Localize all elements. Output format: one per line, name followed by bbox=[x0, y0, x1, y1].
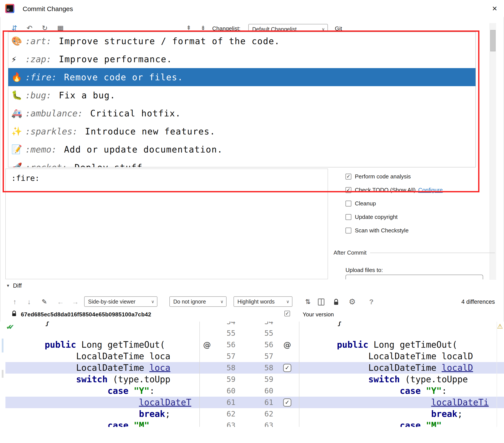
diff-line: LocalDateTime loca5757 LocalDateTime loc… bbox=[5, 350, 504, 362]
commit-message-input[interactable]: :fire: bbox=[5, 169, 328, 279]
marker-bar-divider bbox=[497, 322, 497, 427]
line-number-left: 55 bbox=[215, 327, 241, 339]
diff-settings-gear-icon[interactable]: ⚙ bbox=[347, 297, 358, 307]
completion-item[interactable]: 🚀:rocket:Deploy stuff. bbox=[8, 158, 475, 167]
chevron-down-icon: ∨ bbox=[151, 297, 154, 306]
your-version-checkbox[interactable]: ✓ bbox=[284, 311, 290, 316]
completion-item[interactable]: 🎨:art:Improve structure / format of the … bbox=[8, 32, 475, 50]
annotation-at-icon bbox=[199, 397, 215, 408]
diff-right-code: localDateTi bbox=[299, 397, 504, 408]
revision-lock-icon bbox=[11, 310, 17, 317]
option-checkbox[interactable]: ✓ bbox=[345, 174, 351, 179]
edit-source-icon[interactable]: ✎ bbox=[39, 297, 50, 307]
diff-left-code: LocalDateTime loca bbox=[5, 350, 199, 362]
option-label: Update copyright bbox=[355, 214, 398, 220]
option-checkbox[interactable]: ✓ bbox=[345, 187, 351, 193]
line-number-left: 62 bbox=[215, 408, 241, 420]
gutter-control: ✓ bbox=[275, 397, 299, 408]
line-number-left: 54 bbox=[215, 322, 241, 327]
gutter-control bbox=[275, 420, 299, 427]
annotation-at-icon bbox=[199, 420, 215, 427]
annotation-at-icon: @ bbox=[275, 339, 299, 350]
gutter-control bbox=[275, 374, 299, 385]
line-number-left: 58 bbox=[215, 362, 241, 374]
gitmoji-description: Remove code or files. bbox=[64, 72, 183, 82]
diff-left-code: case "M" bbox=[5, 420, 199, 427]
include-change-checkbox[interactable]: ✓ bbox=[283, 364, 291, 372]
commit-option-row: ✓Check TODO (Show All)Configure bbox=[345, 183, 502, 197]
collapse-triangle-icon[interactable]: ▼ bbox=[6, 284, 10, 288]
completion-item[interactable]: 🚑:ambulance:Critical hotfix. bbox=[8, 104, 475, 122]
whitespace-policy-select[interactable]: Do not ignore ∨ bbox=[169, 296, 227, 307]
collapse-unchanged-icon[interactable]: ⇅ bbox=[302, 297, 314, 307]
gitmoji-icon: 🐛 bbox=[11, 90, 25, 100]
gitmoji-description: Improve structure / format of the code. bbox=[59, 36, 280, 46]
line-number-left: 56 bbox=[215, 339, 241, 350]
diff-left-code: case "Y": bbox=[5, 385, 199, 397]
line-number-left: 59 bbox=[215, 374, 241, 385]
gitmoji-code: :bug: bbox=[25, 90, 51, 100]
gitmoji-code: :fire: bbox=[25, 72, 57, 82]
close-icon[interactable]: ✕ bbox=[488, 4, 501, 14]
diff-left-code bbox=[5, 327, 199, 339]
diff-viewer[interactable]: }5454 }5555 public Long getTimeOut(@5656… bbox=[0, 322, 504, 427]
line-number-right: 58 bbox=[241, 362, 275, 374]
completion-item[interactable]: ✨:sparkles:Introduce new features. bbox=[8, 122, 475, 140]
previous-difference-icon[interactable]: ↑ bbox=[9, 297, 20, 307]
diff-right-code: public Long getTimeOut( bbox=[299, 339, 504, 350]
upload-files-select[interactable] bbox=[345, 275, 483, 279]
option-label: Perform code analysis bbox=[355, 173, 411, 180]
after-commit-divider bbox=[370, 253, 495, 253]
line-number-left: 57 bbox=[215, 350, 241, 362]
line-number-left: 61 bbox=[215, 397, 241, 408]
option-checkbox[interactable] bbox=[345, 201, 351, 207]
disable-editing-lock-icon[interactable] bbox=[333, 299, 339, 306]
intellij-logo-text: IJ bbox=[6, 5, 13, 12]
diff-line: localDateT6161✓ localDateTi bbox=[5, 397, 504, 408]
changelist-label: Changelist: bbox=[212, 25, 240, 32]
completion-item[interactable]: 📝:memo:Add or update documentation. bbox=[8, 140, 475, 158]
window-scrollbar[interactable] bbox=[490, 23, 496, 280]
option-checkbox[interactable] bbox=[345, 228, 351, 233]
go-left-icon[interactable]: ← bbox=[55, 297, 66, 307]
title-bar: IJ Commit Changes ✕ bbox=[0, 0, 504, 17]
completion-item[interactable]: ⚡:zap:Improve performance. bbox=[8, 50, 475, 68]
diff-line: switch (type.toUpp5959 switch (type.toUp… bbox=[5, 374, 504, 385]
go-right-icon[interactable]: → bbox=[70, 297, 81, 307]
diff-line: case "M"6363 case "M" bbox=[5, 420, 504, 427]
gitmoji-icon: 🚀 bbox=[11, 162, 25, 167]
highlight-mode-select[interactable]: Highlight words ∨ bbox=[234, 296, 292, 307]
your-version-label: Your version bbox=[303, 311, 334, 318]
diff-help-icon[interactable]: ? bbox=[366, 297, 377, 307]
no-problems-check-icon: ✔✔ bbox=[6, 323, 11, 331]
gutter-control bbox=[275, 327, 299, 339]
gitmoji-code: :memo: bbox=[25, 144, 57, 154]
viewer-mode-select[interactable]: Side-by-side viewer ∨ bbox=[84, 296, 157, 307]
completion-item[interactable]: 🐛:bug:Fix a bug. bbox=[8, 86, 475, 104]
gitmoji-code: :sparkles: bbox=[25, 126, 78, 136]
diff-right-code: break; bbox=[299, 408, 504, 420]
line-number-left: 63 bbox=[215, 420, 241, 427]
gutter-control bbox=[275, 350, 299, 362]
next-difference-icon[interactable]: ↓ bbox=[23, 297, 35, 307]
option-checkbox[interactable] bbox=[345, 214, 351, 220]
diff-section-header[interactable]: ▼ Diff bbox=[6, 282, 22, 289]
line-number-right: 62 bbox=[241, 408, 275, 420]
diff-left-code: switch (type.toUpp bbox=[5, 374, 199, 385]
gitmoji-description: Introduce new features. bbox=[85, 126, 216, 136]
window-scrollbar-thumb[interactable] bbox=[490, 30, 496, 51]
gitmoji-icon: ✨ bbox=[11, 126, 25, 136]
configure-link[interactable]: Configure bbox=[418, 187, 443, 193]
dialog-footer: ? Commit ∨ Cancel bbox=[0, 427, 504, 443]
option-label: Scan with Checkstyle bbox=[355, 227, 409, 234]
vcs-label: Git bbox=[335, 25, 342, 32]
sync-scrolling-icon[interactable] bbox=[318, 299, 324, 306]
completion-item[interactable]: 🔥:fire:Remove code or files. bbox=[8, 68, 475, 86]
diff-left-code: LocalDateTime loca bbox=[5, 362, 199, 374]
include-change-checkbox[interactable]: ✓ bbox=[283, 398, 291, 407]
annotation-at-icon bbox=[199, 350, 215, 362]
differences-count: 4 differences bbox=[461, 299, 495, 305]
diff-line: public Long getTimeOut(@5656@ public Lon… bbox=[5, 339, 504, 350]
gitmoji-code: :ambulance: bbox=[25, 108, 83, 118]
gutter-divider-left bbox=[199, 322, 200, 427]
